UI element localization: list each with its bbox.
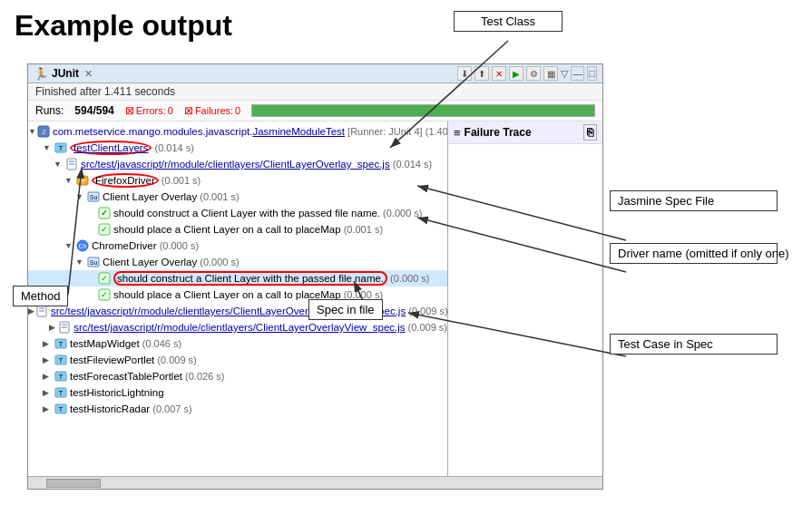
tree-item-testfileviewportlet[interactable]: ▶ T testFileviewPortlet (0.009 s)	[28, 352, 447, 368]
time-ff-test2: (0.001 s)	[341, 224, 383, 235]
junit-horizontal-scrollbar[interactable]	[28, 476, 602, 489]
label-ch-test1: should construct a Client Layer with the…	[113, 273, 387, 284]
tree-item-testforecasttableportlet[interactable]: ▶ T testForecastTablePortlet (0.026 s)	[28, 368, 447, 384]
icon-testhistoriclightning: T	[54, 385, 68, 400]
time-testclientlayers: (0.014 s)	[152, 142, 193, 153]
svg-text:✓: ✓	[101, 274, 108, 283]
time-root: [Runner: JUnit 4] (1.406 s)	[345, 126, 448, 137]
tree-item-root[interactable]: ▼ J com.metservice.mango.modules.javascr…	[28, 123, 447, 140]
time-ch-test1: (0.000 s)	[387, 273, 429, 284]
toolbar-rerun-icon[interactable]: ▶	[509, 66, 523, 81]
expand-testclientlayers[interactable]: ▼	[43, 143, 54, 152]
time-clo-ff: (0.001 s)	[197, 191, 239, 202]
svg-text:✓: ✓	[101, 225, 108, 234]
time-testforecasttableportlet: (0.026 s)	[182, 371, 224, 382]
time-ff-test1: (0.000 s)	[380, 208, 422, 219]
label-testhistoriclightning: testHistoricLightning	[70, 387, 164, 398]
failure-trace-header: ≡ Failure Trace ⎘	[448, 121, 602, 144]
label-ff-test2: should place a Client Layer on a call to…	[113, 224, 341, 235]
time-testhistoricradar: (0.007 s)	[150, 403, 191, 414]
tree-item-specfile3[interactable]: ▶ src/test/javascript/r/module/clientlay…	[28, 319, 447, 335]
svg-text:T: T	[59, 144, 64, 152]
tree-item-ch-test1[interactable]: ✓ should construct a Client Layer with t…	[28, 270, 447, 286]
tree-item-testclientlayers[interactable]: ▼ T testClientLayers (0.014 s)	[28, 140, 447, 156]
tree-item-testmapwidget[interactable]: ▶ T testMapWidget (0.046 s)	[28, 335, 447, 352]
toolbar-up-icon[interactable]: ⬆	[474, 66, 489, 81]
icon-clo-ch: Su	[86, 255, 101, 269]
label-testclientlayers: testClientLayers	[70, 141, 152, 155]
failure-trace-label: ≡ Failure Trace	[454, 126, 532, 140]
icon-specfile3	[57, 320, 72, 335]
junit-close-tab[interactable]: ✕	[84, 68, 93, 80]
tree-item-specfile1[interactable]: ▼ src/test/javascript/r/module/clientlay…	[28, 156, 447, 172]
expand-clo-ff[interactable]: ▼	[75, 192, 86, 201]
toolbar-layout-icon[interactable]: ▦	[543, 66, 558, 81]
expand-testforecasttableportlet[interactable]: ▶	[43, 372, 54, 381]
svg-text:Su: Su	[90, 259, 98, 266]
svg-text:Su: Su	[90, 194, 98, 200]
label-testfileviewportlet: testFileviewPortlet	[70, 354, 154, 365]
tree-item-specfile2[interactable]: ▶ src/test/javascript/r/module/clientlay…	[28, 303, 447, 319]
label-specfile3: src/test/javascript/r/module/clientlayer…	[73, 322, 405, 333]
expand-specfile1[interactable]: ▼	[54, 160, 64, 169]
time-firefoxdriver: (0.001 s)	[159, 175, 201, 186]
expand-specfile2[interactable]: ▶	[28, 306, 34, 316]
expand-clo-ch[interactable]: ▼	[75, 257, 86, 267]
icon-ch-test2: ✓	[97, 287, 112, 302]
tree-item-clo-ff[interactable]: ▼ Su Client Layer Overlay (0.001 s)	[28, 189, 447, 205]
tree-item-testhistoriclightning[interactable]: ▶ T testHistoricLightning	[28, 384, 447, 401]
tree-item-ff-test2[interactable]: ✓ should place a Client Layer on a call …	[28, 221, 447, 238]
time-specfile2: (0.009 s)	[406, 306, 447, 316]
time-chromedriver: (0.000 s)	[157, 240, 199, 251]
errors-container: ⊠ Errors: 0	[125, 104, 173, 117]
toolbar-minimize-icon[interactable]: —	[571, 66, 584, 81]
expand-specfile3[interactable]: ▶	[49, 323, 58, 332]
failures-label: Failures:	[195, 105, 233, 116]
label-testforecasttableportlet: testForecastTablePortlet	[70, 371, 182, 382]
tree-item-ff-test1[interactable]: ✓ should construct a Client Layer with t…	[28, 205, 447, 221]
scrollbar-thumb[interactable]	[46, 479, 101, 488]
label-testmapwidget: testMapWidget	[70, 338, 140, 349]
junit-tree-panel[interactable]: ▼ J com.metservice.mango.modules.javascr…	[28, 121, 448, 476]
annotation-jasmine-spec-file: Jasmine Spec File	[610, 190, 778, 211]
icon-root: J	[36, 124, 51, 139]
failure-trace-icon[interactable]: ⎘	[583, 124, 597, 141]
junit-titlebar: 🏃 JUnit ✕ ⬇ ⬆ ✕ ▶ ⚙ ▦ ▽ — □	[28, 64, 602, 83]
svg-text:✓: ✓	[101, 290, 108, 299]
svg-text:T: T	[59, 356, 64, 364]
svg-text:T: T	[59, 373, 64, 381]
toolbar-settings-icon[interactable]: ⚙	[526, 66, 541, 81]
page-title: Example output	[0, 0, 812, 48]
toolbar-maximize-icon[interactable]: □	[587, 66, 597, 81]
expand-testhistoricradar[interactable]: ▶	[43, 404, 54, 413]
tree-item-firefoxdriver[interactable]: ▼ FF FirefoxDriver (0.001 s)	[28, 172, 447, 189]
time-clo-ch: (0.000 s)	[197, 257, 239, 267]
time-specfile1: (0.014 s)	[390, 159, 432, 170]
junit-icon: 🏃	[34, 67, 48, 81]
error-icon-symbol: ⊠	[125, 104, 134, 117]
expand-testmapwidget[interactable]: ▶	[43, 339, 54, 348]
junit-status-bar: Finished after 1.411 seconds	[28, 83, 602, 101]
expand-testhistoriclightning[interactable]: ▶	[43, 388, 54, 397]
expand-firefoxdriver[interactable]: ▼	[64, 176, 75, 185]
runs-value: 594/594	[74, 104, 113, 117]
icon-specfile1	[64, 157, 79, 171]
svg-text:✓: ✓	[101, 209, 108, 218]
toolbar-down-icon[interactable]: ⬇	[457, 66, 472, 81]
tree-item-ch-test2[interactable]: ✓ should place a Client Layer on a call …	[28, 286, 447, 303]
annotation-test-case-in-spec: Test Case in Spec	[610, 334, 778, 354]
tree-item-chromedriver[interactable]: ▼ Ch ChromeDriver (0.000 s)	[28, 238, 447, 254]
toolbar-stop-icon[interactable]: ✕	[492, 66, 506, 81]
expand-root[interactable]: ▼	[28, 127, 36, 136]
expand-chromedriver[interactable]: ▼	[64, 241, 75, 250]
expand-testfileviewportlet[interactable]: ▶	[43, 355, 54, 364]
svg-text:T: T	[59, 405, 64, 413]
tree-item-testhistoricradar[interactable]: ▶ T testHistoricRadar (0.007 s)	[28, 401, 447, 417]
label-clo-ff: Client Layer Overlay	[103, 191, 197, 202]
progress-bar-fill	[252, 105, 594, 116]
toolbar-more-icon[interactable]: ▽	[561, 68, 568, 80]
titlebar-icons: ⬇ ⬆ ✕ ▶ ⚙ ▦ ▽ — □	[457, 66, 597, 81]
tree-item-clo-ch[interactable]: ▼ Su Client Layer Overlay (0.000 s)	[28, 254, 447, 270]
errors-value: 0	[168, 105, 173, 116]
failures-icon-symbol: ⊠	[184, 104, 193, 117]
